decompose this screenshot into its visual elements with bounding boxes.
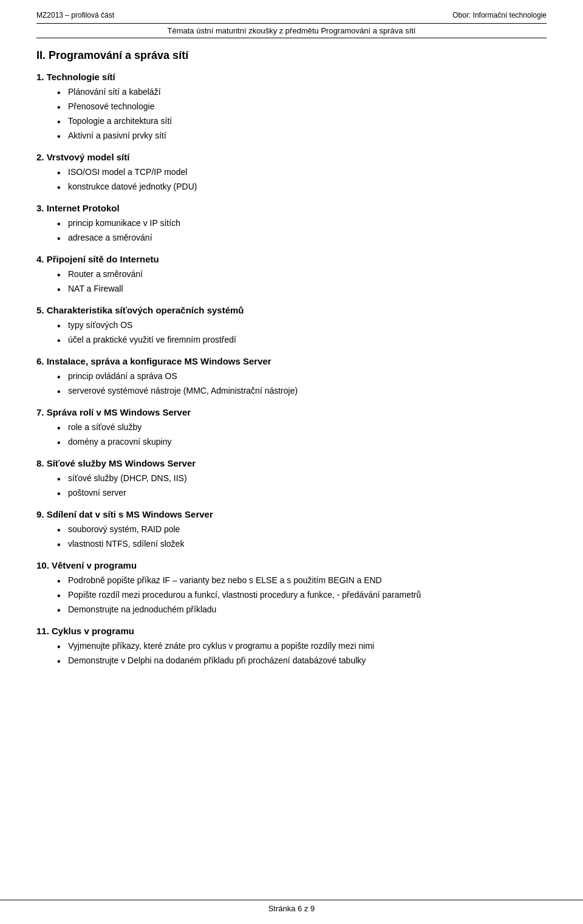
section-title-9: 9. Sdílení dat v síti s MS Windows Serve… (36, 509, 547, 519)
section-title-1: 1. Technologie sítí (36, 72, 547, 82)
section-9: 9. Sdílení dat v síti s MS Windows Serve… (36, 509, 547, 550)
header-right: Obor: Informační technologie (452, 11, 547, 19)
list-item: síťové služby (DHCP, DNS, IIS) (55, 472, 547, 485)
header-center-bold: Programování a správa sítí (321, 26, 415, 35)
section-bullets-6: princip ovládání a správa OSserverové sy… (55, 370, 547, 397)
footer-text: Stránka 6 z 9 (268, 904, 315, 913)
section-11: 11. Cyklus v programuVyjmenujte příkazy,… (36, 626, 547, 667)
list-item: vlastnosti NTFS, sdílení složek (55, 538, 547, 550)
section-3: 3. Internet Protokolprincip komunikace v… (36, 203, 547, 244)
section-title-6: 6. Instalace, správa a konfigurace MS Wi… (36, 356, 547, 366)
section-5: 5. Charakteristika síťových operačních s… (36, 305, 547, 346)
header-center: Témata ústní maturitní zkoušky z předmět… (36, 26, 547, 38)
section-7: 7. Správa rolí v MS Windows Serverrole a… (36, 407, 547, 448)
footer: Stránka 6 z 9 (0, 900, 583, 913)
section-title-7: 7. Správa rolí v MS Windows Server (36, 407, 547, 417)
section-bullets-7: role a síťové službydomény a pracovní sk… (55, 421, 547, 448)
roman-section-title: II. Programování a správa sítí (36, 49, 547, 62)
section-title-11: 11. Cyklus v programu (36, 626, 547, 636)
list-item: Přenosové technologie (55, 100, 547, 113)
list-item: typy síťových OS (55, 319, 547, 332)
list-item: Demonstrujte v Delphi na dodaném příklad… (55, 654, 547, 667)
list-item: Aktivní a pasivní prvky sítí (55, 129, 547, 142)
section-bullets-2: ISO/OSI model a TCP/IP modelkonstrukce d… (55, 166, 547, 193)
list-item: ISO/OSI model a TCP/IP model (55, 166, 547, 179)
roman-section-title-text: Programování a správa sítí (49, 49, 188, 61)
roman-section-label: II. (36, 49, 46, 61)
section-title-3: 3. Internet Protokol (36, 203, 547, 213)
section-8: 8. Síťové služby MS Windows Serversíťové… (36, 458, 547, 499)
sections-container: 1. Technologie sítíPlánování sítí a kabe… (36, 72, 547, 667)
list-item: Plánování sítí a kabeláží (55, 86, 547, 98)
list-item: princip ovládání a správa OS (55, 370, 547, 383)
section-10: 10. Větvení v programuPodrobně popište p… (36, 560, 547, 616)
header-center-pre: Témata ústní maturitní zkoušky z předmět… (168, 26, 321, 35)
section-bullets-8: síťové služby (DHCP, DNS, IIS)poštovní s… (55, 472, 547, 499)
list-item: Vyjmenujte příkazy, které znáte pro cykl… (55, 640, 547, 652)
list-item: domény a pracovní skupiny (55, 436, 547, 448)
list-item: souborový systém, RAID pole (55, 523, 547, 536)
header-left: MZ2013 – profilová část (36, 11, 114, 19)
list-item: Demonstrujte na jednoduchém příkladu (55, 603, 547, 616)
list-item: Podrobně popište příkaz IF – varianty be… (55, 574, 547, 587)
section-bullets-11: Vyjmenujte příkazy, které znáte pro cykl… (55, 640, 547, 667)
section-title-4: 4. Připojení sítě do Internetu (36, 254, 547, 264)
section-bullets-10: Podrobně popište příkaz IF – varianty be… (55, 574, 547, 616)
header-top: MZ2013 – profilová část Obor: Informační… (36, 11, 547, 24)
section-6: 6. Instalace, správa a konfigurace MS Wi… (36, 356, 547, 397)
section-bullets-1: Plánování sítí a kabelážíPřenosové techn… (55, 86, 547, 142)
list-item: poštovní server (55, 487, 547, 499)
page: MZ2013 – profilová část Obor: Informační… (0, 0, 583, 924)
list-item: NAT a Firewall (55, 282, 547, 295)
list-item: konstrukce datové jednotky (PDU) (55, 180, 547, 193)
list-item: účel a praktické využití ve firemním pro… (55, 334, 547, 346)
list-item: Topologie a architektura sítí (55, 115, 547, 128)
list-item: Router a směrování (55, 268, 547, 281)
section-bullets-4: Router a směrováníNAT a Firewall (55, 268, 547, 295)
list-item: role a síťové služby (55, 421, 547, 434)
section-4: 4. Připojení sítě do InternetuRouter a s… (36, 254, 547, 295)
list-item: serverové systémové nástroje (MMC, Admin… (55, 385, 547, 397)
section-2: 2. Vrstvový model sítíISO/OSI model a TC… (36, 152, 547, 193)
section-bullets-3: princip komunikace v IP sítíchadresace a… (55, 217, 547, 244)
section-1: 1. Technologie sítíPlánování sítí a kabe… (36, 72, 547, 142)
section-bullets-9: souborový systém, RAID polevlastnosti NT… (55, 523, 547, 550)
list-item: princip komunikace v IP sítích (55, 217, 547, 230)
list-item: Popište rozdíl mezi procedurou a funkcí,… (55, 589, 547, 601)
section-title-8: 8. Síťové služby MS Windows Server (36, 458, 547, 468)
section-title-10: 10. Větvení v programu (36, 560, 547, 570)
section-bullets-5: typy síťových OSúčel a praktické využití… (55, 319, 547, 346)
list-item: adresace a směrování (55, 231, 547, 244)
section-title-2: 2. Vrstvový model sítí (36, 152, 547, 162)
section-title-5: 5. Charakteristika síťových operačních s… (36, 305, 547, 315)
